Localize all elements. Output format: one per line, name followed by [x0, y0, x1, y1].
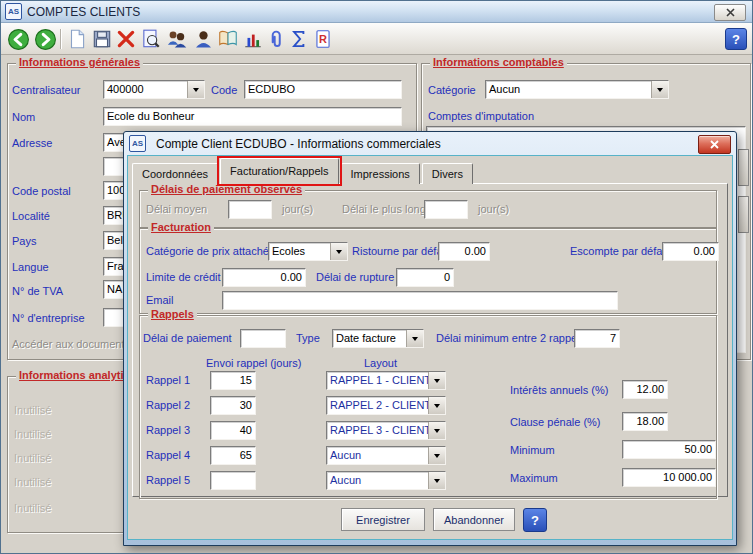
chevron-down-icon [412, 337, 418, 341]
abandonner-button[interactable]: Abandonner [433, 508, 515, 531]
rappel-4-layout-select[interactable]: Aucun [326, 446, 446, 465]
rappel-1-label: Rappel 1 [146, 374, 190, 386]
categorie-select[interactable]: Aucun [485, 80, 669, 99]
dialog-close-button[interactable] [698, 135, 731, 154]
delete-button[interactable] [113, 26, 139, 52]
delai-plus-long-field[interactable] [424, 200, 468, 219]
window-close-button[interactable] [714, 4, 746, 21]
back-icon [7, 28, 30, 51]
rappel-2-layout-value: RAPPEL 2 - CLIENTS [327, 397, 428, 414]
rappel-5-layout-value: Aucun [327, 472, 428, 489]
rappel-5-days-field[interactable] [210, 471, 256, 490]
categorie-prix-label: Catégorie de prix attachée [146, 245, 275, 257]
dialog-body: Coordonnées Facturation/Rappels Impressi… [127, 155, 733, 540]
interets-annuels-field[interactable]: 12.00 [622, 380, 668, 399]
toolbar-separator [60, 29, 61, 49]
delai-moyen-field[interactable] [228, 200, 272, 219]
delai-minimum-field[interactable]: 7 [574, 329, 620, 348]
scroll-button[interactable] [738, 196, 749, 233]
dropdown-arrow-button[interactable] [428, 397, 445, 414]
dropdown-arrow-button[interactable] [406, 330, 423, 347]
forward-button[interactable] [32, 26, 58, 52]
email-field[interactable] [222, 291, 618, 310]
scroll-button[interactable] [738, 149, 749, 186]
type-value: Date facture [333, 330, 406, 347]
ristourne-field[interactable]: 0.00 [438, 242, 490, 261]
enregistrer-button[interactable]: Enregistrer [341, 508, 425, 531]
sigma-sum-icon [288, 28, 310, 50]
type-select[interactable]: Date facture [332, 329, 424, 348]
analytics-unused-label: Inutilisé [14, 452, 51, 464]
dropdown-arrow-button[interactable] [330, 243, 347, 260]
rappel-3-layout-select[interactable]: RAPPEL 3 - CLIENTS [326, 421, 446, 440]
code-postal-label: Code postal [12, 185, 71, 197]
analytics-unused-label: Inutilisé [14, 502, 51, 514]
rappel-1-days-field[interactable]: 15 [210, 371, 256, 390]
dropdown-arrow-button[interactable] [651, 81, 668, 98]
rappel-3-days-field[interactable]: 40 [210, 421, 256, 440]
delai-rupture-field[interactable]: 0 [396, 268, 454, 287]
analytics-unused-label: Inutilisé [14, 428, 51, 440]
client-person-icon [192, 28, 215, 51]
tab-highlight-box [217, 156, 341, 186]
dialog-logo-icon: AS [129, 135, 146, 152]
totals-button[interactable] [286, 26, 312, 52]
rappel-2-layout-select[interactable]: RAPPEL 2 - CLIENTS [326, 396, 446, 415]
dropdown-arrow-button[interactable] [428, 472, 445, 489]
dialog-title: Compte Client ECDUBO - Informations comm… [156, 137, 441, 151]
save-icon [91, 28, 113, 50]
clients-list-button[interactable] [163, 26, 189, 52]
centralisateur-value: 400000 [104, 81, 187, 98]
jours-unit-label: jour(s) [478, 203, 509, 215]
search-button[interactable] [138, 26, 164, 52]
delai-minimum-label: Délai minimum entre 2 rappels [436, 332, 585, 344]
clause-penale-field[interactable]: 18.00 [622, 412, 668, 431]
escompte-field[interactable]: 0.00 [662, 242, 719, 261]
chevron-down-icon [657, 88, 663, 92]
reminders-group: Rappels Délai de paiement Type Date fact… [139, 315, 717, 499]
tab-impressions[interactable]: Impressions [341, 163, 420, 184]
dropdown-arrow-button[interactable] [428, 372, 445, 389]
new-record-button[interactable] [64, 26, 90, 52]
client-button[interactable] [190, 26, 216, 52]
catalog-button[interactable] [215, 26, 241, 52]
nom-label: Nom [12, 111, 35, 123]
search-icon [140, 28, 162, 50]
chevron-down-icon [336, 250, 342, 254]
dropdown-arrow-button[interactable] [428, 422, 445, 439]
nom-field[interactable]: Ecole du Bonheur [103, 107, 402, 126]
rappel-4-days-field[interactable]: 65 [210, 446, 256, 465]
rappel-3-label: Rappel 3 [146, 424, 190, 436]
limite-credit-field[interactable]: 0.00 [222, 268, 306, 287]
rappel-5-layout-select[interactable]: Aucun [326, 471, 446, 490]
ristourne-label: Ristourne par défaut [352, 245, 452, 257]
tab-divers[interactable]: Divers [422, 163, 473, 184]
reminders-legend: Rappels [148, 308, 197, 320]
entreprise-label: N° d'entreprise [12, 312, 85, 324]
save-button[interactable] [89, 26, 115, 52]
rappel-2-days-field[interactable]: 30 [210, 396, 256, 415]
limite-credit-label: Limite de crédit [146, 271, 221, 283]
back-button[interactable] [5, 26, 31, 52]
dialog-help-button[interactable]: ? [523, 508, 547, 532]
dropdown-arrow-button[interactable] [187, 81, 204, 98]
centralisateur-select[interactable]: 400000 [103, 80, 205, 99]
tab-coordonnees[interactable]: Coordonnées [132, 163, 218, 184]
jours-unit-label: jour(s) [282, 203, 313, 215]
analytics-info-legend: Informations analyti [16, 369, 127, 381]
chevron-down-icon [434, 404, 440, 408]
categorie-prix-select[interactable]: Ecoles [268, 242, 348, 261]
accounting-info-legend: Informations comptables [430, 56, 567, 68]
bar-chart-icon [242, 28, 264, 50]
toolbar-help-button[interactable]: ? [725, 28, 747, 50]
maximum-field[interactable]: 10 000.00 [622, 468, 716, 487]
minimum-field[interactable]: 50.00 [622, 440, 716, 459]
tab-facturation-rappels[interactable]: Facturation/Rappels [220, 158, 338, 184]
delai-paiement-field[interactable] [240, 329, 286, 348]
documents-link[interactable]: Accéder aux document [12, 338, 125, 350]
reports-button[interactable]: R [310, 26, 336, 52]
rappel-1-layout-select[interactable]: RAPPEL 1 - CLIENTS [326, 371, 446, 390]
code-field[interactable]: ECDUBO [244, 80, 402, 99]
toolbar: R ? [1, 23, 752, 55]
dropdown-arrow-button[interactable] [428, 447, 445, 464]
